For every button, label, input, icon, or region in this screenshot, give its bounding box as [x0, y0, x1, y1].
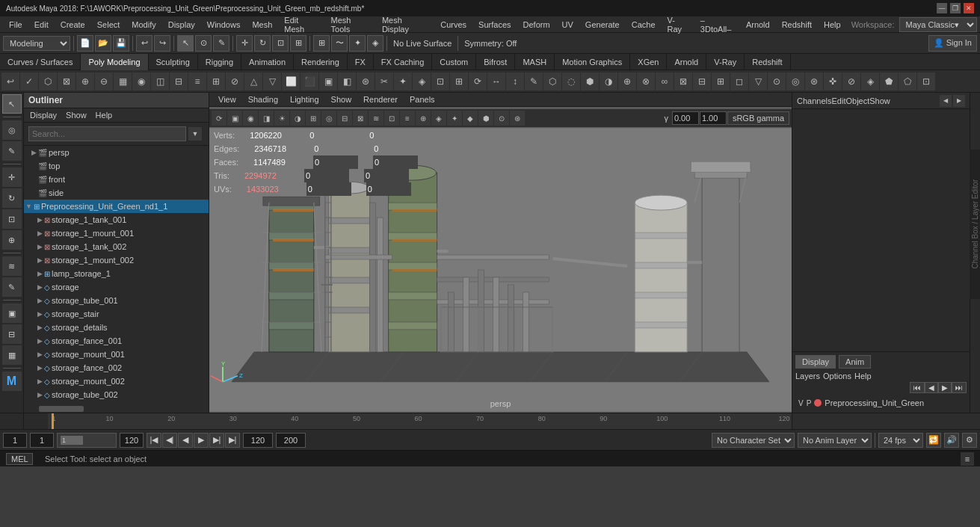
tb2-icon-20[interactable]: ⊛ — [357, 73, 375, 90]
tab-fx[interactable]: FX — [348, 54, 374, 70]
layer-nav-prev[interactable]: ◀ — [925, 382, 938, 393]
menu-windows[interactable]: Windows — [201, 19, 247, 31]
close-button[interactable]: ✕ — [964, 3, 974, 13]
tab-xgen[interactable]: XGen — [630, 54, 667, 70]
outliner-search-btn[interactable]: ▼ — [188, 127, 202, 141]
tree-item-storage[interactable]: ▶ ◇ storage — [24, 280, 209, 294]
tree-item-storage_1_tank_002[interactable]: ▶ ⊠ storage_1_tank_002 — [24, 240, 209, 253]
tb2-icon-22[interactable]: ✦ — [394, 73, 412, 90]
tb2-icon-50[interactable]: ⊡ — [917, 73, 935, 90]
vp-depth-btn[interactable]: ⊠ — [353, 111, 368, 126]
move-btn[interactable]: ✛ — [236, 35, 253, 52]
status-icon[interactable]: ≡ — [961, 452, 974, 466]
maya-logo-btn[interactable]: M — [2, 372, 22, 391]
frame-start-input[interactable] — [3, 433, 27, 448]
display-tab[interactable]: Display — [795, 355, 836, 369]
menu-help[interactable]: Help — [818, 19, 847, 31]
lasso-tool-btn[interactable]: ◎ — [2, 120, 22, 140]
component-3-btn[interactable]: ▦ — [2, 345, 22, 365]
minimize-button[interactable]: — — [937, 3, 947, 13]
timeline-ruler[interactable]: 1 10 20 30 40 50 60 70 80 90 100 110 120 — [48, 413, 792, 429]
vp-menu-renderer[interactable]: Renderer — [357, 93, 404, 105]
menu-redshift[interactable]: Redshift — [776, 19, 818, 31]
tree-item-lamp_storage_1[interactable]: ▶ ⊞ lamp_storage_1 — [24, 267, 209, 280]
tb2-icon-25[interactable]: ⊞ — [450, 73, 468, 90]
snap-surface-btn[interactable]: ◈ — [367, 35, 383, 52]
tb2-icon-32[interactable]: ⬢ — [581, 73, 599, 90]
workspace-select[interactable]: Maya Classic▾ — [899, 17, 977, 32]
vp-grid-btn[interactable]: ⊡ — [384, 111, 399, 126]
tb2-icon-2[interactable]: ✓ — [20, 73, 38, 90]
menu-mesh[interactable]: Mesh — [246, 19, 278, 31]
exposure-input[interactable] — [700, 111, 727, 125]
tree-item-storage_fance_001[interactable]: ▶ ◇ storage_fance_001 — [24, 334, 209, 348]
tb2-icon-34[interactable]: ⊕ — [618, 73, 636, 90]
tab-fx-caching[interactable]: FX Caching — [374, 54, 432, 70]
tree-item-storage_details[interactable]: ▶ ◇ storage_details — [24, 321, 209, 334]
rotate-btn[interactable]: ↻ — [254, 35, 271, 52]
tb2-icon-29[interactable]: ✎ — [525, 73, 543, 90]
vp-light-btn[interactable]: ☀ — [274, 111, 289, 126]
cb-collapse-btn[interactable]: ▶ — [953, 95, 965, 107]
tb2-icon-9[interactable]: ◫ — [151, 73, 169, 90]
layer-nav-next[interactable]: ▶ — [938, 382, 952, 393]
tb2-icon-4[interactable]: ⊠ — [58, 73, 75, 90]
tree-item-storage_mount_002[interactable]: ▶ ◇ storage_mount_002 — [24, 375, 209, 388]
tb2-icon-37[interactable]: ⊠ — [674, 73, 692, 90]
tb2-icon-41[interactable]: ▽ — [749, 73, 767, 90]
save-scene-btn[interactable]: 💾 — [113, 35, 129, 52]
tb2-icon-13[interactable]: ⊘ — [226, 73, 244, 90]
menu-surfaces[interactable]: Surfaces — [472, 19, 517, 31]
scale-btn[interactable]: ⊡ — [272, 35, 289, 52]
tab-sculpting[interactable]: Sculpting — [149, 54, 198, 70]
undo-btn[interactable]: ↩ — [136, 35, 152, 52]
tab-arnold[interactable]: Arnold — [667, 54, 706, 70]
tb2-icon-33[interactable]: ◑ — [600, 73, 617, 90]
tree-item-storage_tube_002[interactable]: ▶ ◇ storage_tube_002 — [24, 388, 209, 401]
frame-current-input[interactable] — [30, 433, 54, 448]
vp-extra2-btn[interactable]: ◈ — [431, 111, 446, 126]
tb2-icon-19[interactable]: ◧ — [338, 73, 356, 90]
menu-vray[interactable]: V-Ray — [662, 14, 694, 35]
char-set-select[interactable]: No Character Set — [712, 433, 795, 448]
tree-item-storage_stair[interactable]: ▶ ◇ storage_stair — [24, 307, 209, 321]
tb2-icon-26[interactable]: ⟳ — [469, 73, 487, 90]
fps-select[interactable]: 24 fps — [878, 433, 923, 448]
paint-sel-btn[interactable]: ✎ — [2, 141, 22, 161]
tab-motion-graphics[interactable]: Motion Graphics — [555, 54, 630, 70]
vp-menu-lighting[interactable]: Lighting — [284, 93, 325, 105]
menu-modify[interactable]: Modify — [126, 19, 161, 31]
tb2-icon-3[interactable]: ⬡ — [39, 73, 57, 90]
tb2-icon-23[interactable]: ◈ — [413, 73, 431, 90]
gamma-input[interactable] — [672, 111, 699, 125]
tb2-icon-11[interactable]: ≡ — [188, 73, 206, 90]
vp-screen-btn[interactable]: ⊞ — [306, 111, 321, 126]
vp-menu-shading[interactable]: Shading — [242, 93, 284, 105]
help-subtab[interactable]: Help — [854, 372, 872, 380]
tb2-icon-17[interactable]: ⬛ — [301, 73, 318, 90]
edit-label[interactable]: Edit — [831, 96, 845, 105]
menu-curves[interactable]: Curves — [434, 19, 472, 31]
tb2-icon-44[interactable]: ⊛ — [805, 73, 823, 90]
layers-subtab[interactable]: Layers — [795, 372, 820, 380]
audio-btn[interactable]: 🔊 — [944, 433, 959, 448]
layer-item-preprocessing[interactable]: V P Preprocessing_Unit_Green — [795, 396, 967, 410]
tb2-icon-27[interactable]: ↔ — [487, 73, 505, 90]
snap-grid-btn[interactable]: ⊞ — [313, 35, 330, 52]
vp-extra1-btn[interactable]: ⊕ — [416, 111, 431, 126]
timeline[interactable]: 1 10 20 30 40 50 60 70 80 90 100 110 120 — [0, 413, 980, 429]
menu-display[interactable]: Display — [162, 19, 201, 31]
tb2-icon-49[interactable]: ⬠ — [899, 73, 916, 90]
settings-btn[interactable]: ⚙ — [962, 433, 977, 448]
tab-poly-modeling[interactable]: Poly Modeling — [81, 54, 148, 70]
tree-item-storage_tube_001[interactable]: ▶ ◇ storage_tube_001 — [24, 294, 209, 307]
vp-hud-btn[interactable]: ≡ — [400, 111, 415, 126]
mode-select[interactable]: Modeling — [3, 36, 70, 51]
next-frame-btn[interactable]: ▶| — [209, 433, 224, 448]
tab-rendering[interactable]: Rendering — [294, 54, 348, 70]
lasso-btn[interactable]: ⊙ — [195, 35, 212, 52]
tb2-icon-8[interactable]: ◉ — [132, 73, 150, 90]
menu-create[interactable]: Create — [55, 19, 91, 31]
tab-animation[interactable]: Animation — [241, 54, 294, 70]
prev-key-btn[interactable]: ◀| — [162, 433, 177, 448]
